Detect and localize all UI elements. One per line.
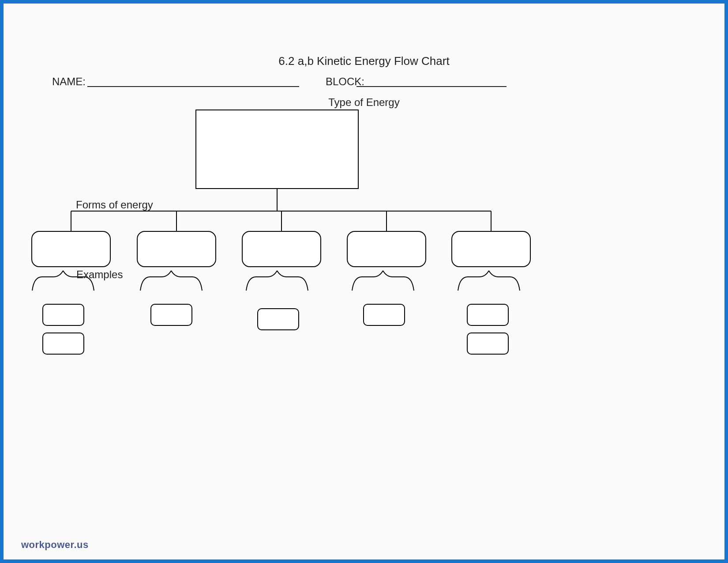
example-box-3-1	[257, 308, 299, 330]
example-box-1-1	[42, 304, 84, 326]
watermark-text: workpower.us	[21, 539, 89, 551]
form-of-energy-box-3	[242, 231, 321, 267]
example-box-1-2	[42, 333, 84, 355]
worksheet-canvas: 6.2 a,b Kinetic Energy Flow Chart NAME: …	[4, 4, 724, 559]
form-of-energy-box-2	[137, 231, 216, 267]
examples-label: Examples	[76, 268, 123, 281]
example-box-4-1	[363, 304, 405, 326]
forms-of-energy-label: Forms of energy	[76, 199, 153, 211]
example-box-2-1	[150, 304, 192, 326]
form-of-energy-box-4	[347, 231, 426, 267]
connector-lines	[4, 4, 724, 559]
example-box-5-1	[467, 304, 509, 326]
example-box-5-2	[467, 333, 509, 355]
form-of-energy-box-1	[31, 231, 111, 267]
form-of-energy-box-5	[451, 231, 531, 267]
